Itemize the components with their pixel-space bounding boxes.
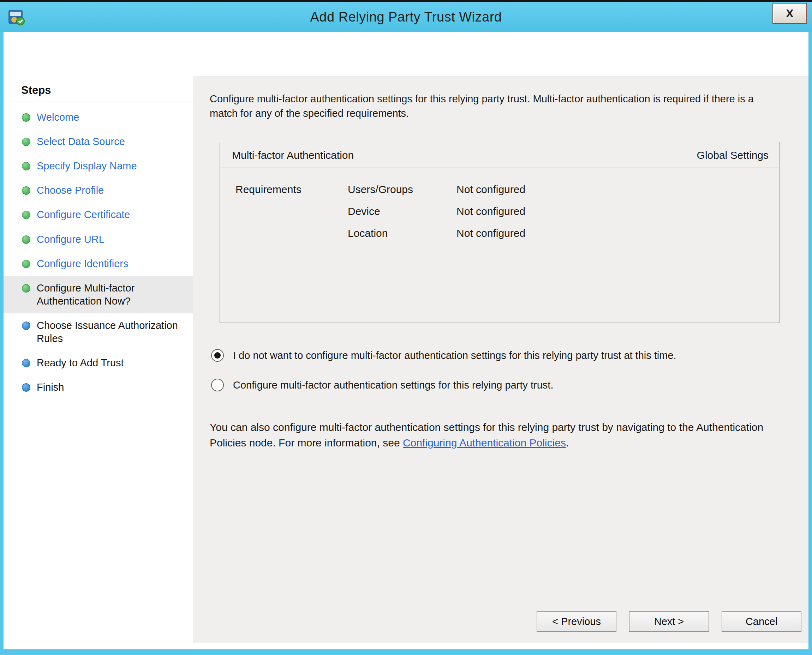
step-select-data-source[interactable]: Select Data Source — [3, 129, 193, 154]
step-pending-icon — [22, 359, 30, 367]
title-bar: Add Relying Party Trust Wizard X — [0, 2, 812, 32]
previous-button[interactable]: < Previous — [537, 611, 616, 632]
window-title: Add Relying Party Trust Wizard — [0, 9, 812, 25]
step-configure-mfa-now-current: Configure Multi-factor Authentication No… — [3, 276, 193, 314]
step-ready-to-add-trust: Ready to Add Trust — [3, 351, 193, 375]
step-configure-url[interactable]: Configure URL — [3, 227, 193, 252]
step-choose-issuance-authorization-rules: Choose Issuance Authorization Rules — [3, 314, 193, 351]
mfa-table-title: Multi-factor Authentication — [232, 149, 354, 161]
requirement-name: Location — [348, 227, 456, 239]
step-done-icon — [22, 235, 30, 244]
page-intro-text: Configure multi-factor authentication se… — [210, 92, 784, 121]
radio-option-configure-mfa[interactable]: Configure multi-factor authentication se… — [211, 379, 784, 391]
step-done-icon — [22, 211, 30, 219]
footer-text-after: . — [566, 437, 569, 449]
radio-button-unselected[interactable] — [211, 379, 224, 391]
table-row: Location Not configured — [348, 227, 525, 239]
bottom-strip — [3, 643, 809, 649]
steps-heading: Steps — [21, 84, 193, 97]
step-choose-profile[interactable]: Choose Profile — [3, 178, 193, 203]
step-done-icon — [22, 162, 30, 171]
step-done-icon — [22, 138, 30, 146]
configuring-authentication-policies-link[interactable]: Configuring Authentication Policies — [403, 437, 566, 449]
wizard-body: Steps Welcome Select Data Source Specify… — [3, 32, 809, 649]
step-configure-identifiers[interactable]: Configure Identifiers — [3, 252, 193, 276]
wizard-page-configure-mfa: Configure multi-factor authentication se… — [193, 76, 809, 643]
mfa-settings-table: Multi-factor Authentication Global Setti… — [220, 142, 780, 323]
step-configure-certificate[interactable]: Configure Certificate — [3, 203, 193, 227]
requirement-name: Device — [348, 205, 456, 217]
radio-button-selected[interactable] — [211, 349, 224, 362]
step-done-icon — [22, 284, 30, 292]
requirements-label: Requirements — [236, 183, 348, 323]
close-button[interactable]: X — [772, 3, 807, 24]
radio-option-do-not-configure-mfa[interactable]: I do not want to configure multi-factor … — [211, 349, 784, 362]
requirement-value: Not configured — [456, 227, 525, 239]
steps-list: Welcome Select Data Source Specify Displ… — [3, 105, 193, 400]
steps-separator — [7, 101, 193, 102]
global-settings-label: Global Settings — [697, 149, 769, 161]
requirement-value: Not configured — [456, 205, 525, 217]
step-done-icon — [22, 186, 30, 195]
wizard-button-bar: < Previous Next > Cancel — [193, 602, 809, 643]
requirement-name: Users/Groups — [348, 183, 456, 195]
steps-sidebar: Steps Welcome Select Data Source Specify… — [3, 76, 193, 643]
step-pending-icon — [22, 321, 30, 330]
header-band — [3, 32, 809, 76]
step-welcome[interactable]: Welcome — [3, 105, 193, 129]
next-button[interactable]: Next > — [629, 611, 709, 632]
step-done-icon — [22, 113, 30, 122]
step-done-icon — [22, 260, 30, 268]
footer-note: You can also configure multi-factor auth… — [210, 420, 784, 451]
step-finish: Finish — [3, 375, 193, 400]
step-pending-icon — [22, 383, 30, 392]
step-specify-display-name[interactable]: Specify Display Name — [3, 154, 193, 178]
requirement-value: Not configured — [456, 183, 525, 195]
cancel-button[interactable]: Cancel — [722, 611, 801, 632]
table-row: Device Not configured — [348, 205, 525, 217]
table-row: Users/Groups Not configured — [348, 183, 525, 195]
